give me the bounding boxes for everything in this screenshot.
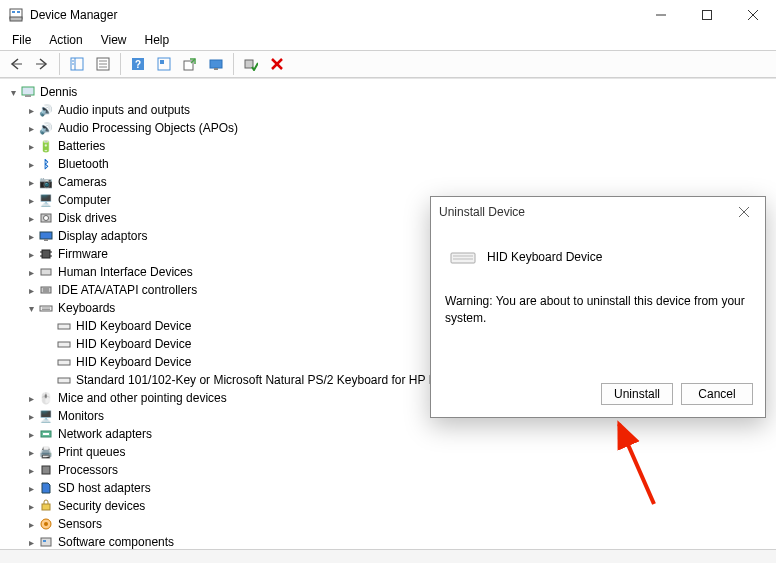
- tree-item-label: Keyboards: [58, 301, 115, 315]
- tree-item-label: Audio Processing Objects (APOs): [58, 121, 238, 135]
- chevron-right-icon[interactable]: ▸: [24, 211, 38, 225]
- tree-item-label: Mice and other pointing devices: [58, 391, 227, 405]
- tree-item-security[interactable]: ▸Security devices: [24, 497, 770, 515]
- button-label: Uninstall: [614, 387, 660, 401]
- tree-item-label: Cameras: [58, 175, 107, 189]
- close-button[interactable]: [730, 0, 776, 30]
- tree-item-batteries[interactable]: ▸🔋Batteries: [24, 137, 770, 155]
- svg-rect-51: [43, 433, 49, 435]
- svg-text:?: ?: [135, 59, 141, 70]
- properties-toolbar-button[interactable]: [91, 52, 115, 76]
- software-icon: [38, 534, 54, 549]
- svg-rect-47: [58, 342, 70, 347]
- tree-item-label: Disk drives: [58, 211, 117, 225]
- action-toolbar-button[interactable]: [152, 52, 176, 76]
- chevron-right-icon[interactable]: ▸: [24, 283, 38, 297]
- show-hide-tree-button[interactable]: [65, 52, 89, 76]
- menu-view[interactable]: View: [93, 32, 135, 48]
- chevron-right-icon[interactable]: ▸: [24, 481, 38, 495]
- chevron-right-icon[interactable]: ▸: [24, 157, 38, 171]
- forward-button[interactable]: [30, 52, 54, 76]
- menu-action[interactable]: Action: [41, 32, 90, 48]
- status-bar: [0, 549, 776, 563]
- battery-icon: 🔋: [38, 138, 54, 154]
- printer-icon: 🖨️: [38, 444, 54, 460]
- svg-rect-40: [41, 287, 51, 293]
- svg-point-31: [44, 216, 49, 221]
- chevron-right-icon[interactable]: ▸: [24, 463, 38, 477]
- uninstall-device-dialog: Uninstall Device HID Keyboard Device War…: [430, 196, 766, 418]
- tree-item-label: Network adapters: [58, 427, 152, 441]
- chevron-right-icon[interactable]: ▸: [24, 175, 38, 189]
- tree-item-label: Print queues: [58, 445, 125, 459]
- chevron-right-icon[interactable]: ▸: [24, 229, 38, 243]
- svg-rect-5: [703, 11, 712, 20]
- svg-rect-2: [12, 11, 15, 13]
- menubar: File Action View Help: [0, 30, 776, 50]
- svg-rect-48: [58, 360, 70, 365]
- keyboard-icon: [56, 336, 72, 352]
- tree-item-label: Firmware: [58, 247, 108, 261]
- tree-item-cameras[interactable]: ▸📷Cameras: [24, 173, 770, 191]
- chevron-down-icon[interactable]: ▾: [6, 85, 20, 99]
- chevron-down-icon[interactable]: ▾: [24, 301, 38, 315]
- monitor-icon: 🖥️: [38, 408, 54, 424]
- svg-rect-1: [10, 17, 22, 21]
- security-icon: [38, 498, 54, 514]
- tree-item-label: Monitors: [58, 409, 104, 423]
- menu-file[interactable]: File: [4, 32, 39, 48]
- audio-icon: 🔊: [38, 120, 54, 136]
- svg-rect-57: [43, 540, 46, 542]
- uninstall-button[interactable]: Uninstall: [601, 383, 673, 405]
- back-button[interactable]: [4, 52, 28, 76]
- cancel-button[interactable]: Cancel: [681, 383, 753, 405]
- network-icon: [38, 426, 54, 442]
- chevron-right-icon[interactable]: ▸: [24, 535, 38, 549]
- minimize-button[interactable]: [638, 0, 684, 30]
- chevron-right-icon[interactable]: ▸: [24, 499, 38, 513]
- chevron-right-icon[interactable]: ▸: [24, 391, 38, 405]
- chevron-right-icon[interactable]: ▸: [24, 409, 38, 423]
- chevron-right-icon[interactable]: ▸: [24, 121, 38, 135]
- tree-item-sensors[interactable]: ▸Sensors: [24, 515, 770, 533]
- update-driver-button[interactable]: [178, 52, 202, 76]
- keyboard-icon: [56, 318, 72, 334]
- chevron-right-icon[interactable]: ▸: [24, 247, 38, 261]
- dialog-title: Uninstall Device: [439, 205, 525, 219]
- sdcard-icon: [38, 480, 54, 496]
- sensor-icon: [38, 516, 54, 532]
- tree-item-label: HID Keyboard Device: [76, 355, 191, 369]
- controller-icon: [38, 282, 54, 298]
- svg-rect-49: [58, 378, 70, 383]
- tree-item-bluetooth[interactable]: ▸ᛒBluetooth: [24, 155, 770, 173]
- chevron-right-icon[interactable]: ▸: [24, 517, 38, 531]
- dialog-close-button[interactable]: [731, 200, 757, 224]
- maximize-button[interactable]: [684, 0, 730, 30]
- app-icon: [8, 7, 24, 23]
- chevron-right-icon[interactable]: ▸: [24, 265, 38, 279]
- tree-item-software[interactable]: ▸Software components: [24, 533, 770, 549]
- keyboard-icon: [56, 372, 72, 388]
- scan-hardware-button[interactable]: [204, 52, 228, 76]
- tree-item-processors[interactable]: ▸Processors: [24, 461, 770, 479]
- uninstall-device-button[interactable]: [265, 52, 289, 76]
- chevron-right-icon[interactable]: ▸: [24, 139, 38, 153]
- tree-item-audio-io[interactable]: ▸🔊Audio inputs and outputs: [24, 101, 770, 119]
- window-buttons: [638, 0, 776, 30]
- svg-point-55: [44, 522, 48, 526]
- enable-device-button[interactable]: [239, 52, 263, 76]
- chevron-right-icon[interactable]: ▸: [24, 445, 38, 459]
- tree-item-network[interactable]: ▸Network adapters: [24, 425, 770, 443]
- tree-item-sdhost[interactable]: ▸SD host adapters: [24, 479, 770, 497]
- chevron-right-icon[interactable]: ▸: [24, 193, 38, 207]
- audio-icon: 🔊: [38, 102, 54, 118]
- svg-rect-34: [42, 250, 50, 258]
- svg-rect-21: [160, 60, 164, 64]
- tree-item-audio-apo[interactable]: ▸🔊Audio Processing Objects (APOs): [24, 119, 770, 137]
- chevron-right-icon[interactable]: ▸: [24, 427, 38, 441]
- chevron-right-icon[interactable]: ▸: [24, 103, 38, 117]
- help-toolbar-button[interactable]: ?: [126, 52, 150, 76]
- tree-item-printq[interactable]: ▸🖨️Print queues: [24, 443, 770, 461]
- tree-root[interactable]: ▾ Dennis: [6, 83, 770, 101]
- menu-help[interactable]: Help: [137, 32, 178, 48]
